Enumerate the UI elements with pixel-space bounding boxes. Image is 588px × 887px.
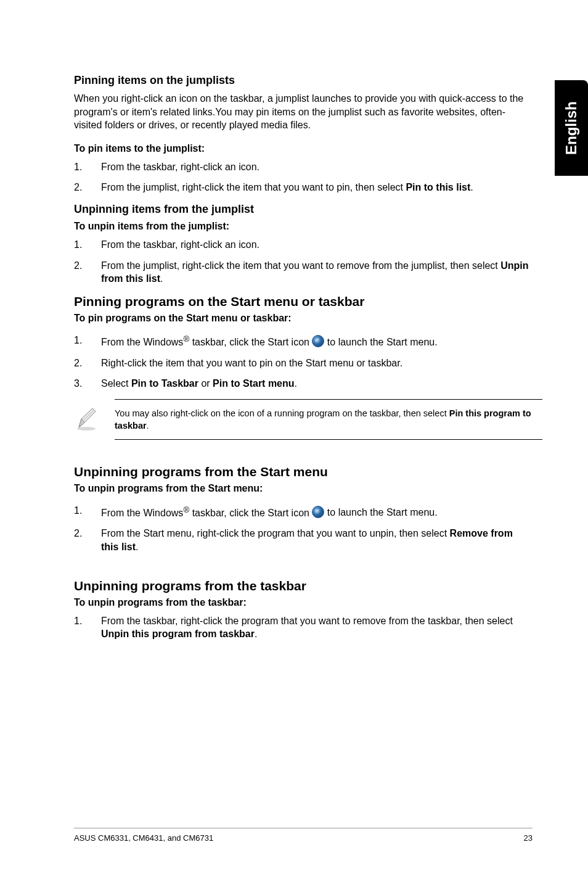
- intro-pinning-jumplists: When you right-click an icon on the task…: [74, 92, 533, 132]
- heading-unpinning-taskbar: Unpinning programs from the taskbar: [74, 579, 533, 593]
- list-item: From the jumplist, right-click the item …: [74, 259, 533, 286]
- steps-unpin-start: From the Windows® taskbar, click the Sta…: [74, 504, 533, 553]
- page-footer: ASUS CM6331, CM6431, and CM6731 23: [74, 828, 533, 843]
- list-item: From the taskbar, right-click the progra…: [74, 614, 533, 641]
- steps-heading-pin-jumplist: To pin items to the jumplist:: [74, 143, 533, 154]
- steps-pin-programs: From the Windows® taskbar, click the Sta…: [74, 334, 533, 390]
- list-item: From the Windows® taskbar, click the Sta…: [74, 334, 533, 349]
- page-content: Pinning items on the jumplists When you …: [0, 0, 588, 641]
- list-item: From the Windows® taskbar, click the Sta…: [74, 504, 533, 519]
- steps-unpin-jumplist: From the taskbar, right-click an icon. F…: [74, 238, 533, 286]
- footer-left: ASUS CM6331, CM6431, and CM6731: [74, 833, 213, 843]
- heading-unpinning-jumplist: Unpinning items from the jumplist: [74, 203, 533, 216]
- steps-heading-unpin-taskbar: To unpin programs from the taskbar:: [74, 597, 533, 608]
- heading-pinning-programs: Pinning programs on the Start menu or ta…: [74, 294, 533, 309]
- step-text-post: to launch the Start menu.: [324, 337, 437, 347]
- steps-pin-jumplist: From the taskbar, right-click an icon. F…: [74, 160, 533, 194]
- steps-unpin-taskbar: From the taskbar, right-click the progra…: [74, 614, 533, 641]
- note-text: You may also right-click on the icon of …: [115, 399, 542, 440]
- language-tab: English: [555, 80, 588, 176]
- list-item: Select Pin to Taskbar or Pin to Start me…: [74, 377, 533, 390]
- heading-unpinning-start-menu: Unpinning programs from the Start menu: [74, 464, 533, 479]
- pencil-icon: [74, 406, 99, 431]
- steps-heading-pin-programs: To pin programs on the Start menu or tas…: [74, 313, 533, 324]
- step-text-pre: From the Windows® taskbar, click the Sta…: [101, 508, 312, 518]
- list-item: Right-click the item that you want to pi…: [74, 357, 533, 370]
- steps-heading-unpin-start: To unpin programs from the Start menu:: [74, 483, 533, 494]
- list-item: From the jumplist, right-click the item …: [74, 181, 533, 194]
- svg-point-0: [77, 427, 96, 431]
- note-box: You may also right-click on the icon of …: [74, 399, 542, 440]
- heading-pinning-jumplists: Pinning items on the jumplists: [74, 74, 533, 87]
- list-item: From the Start menu, right-click the pro…: [74, 527, 533, 553]
- windows-start-icon: [312, 506, 324, 518]
- list-item: From the taskbar, right-click an icon.: [74, 160, 533, 174]
- windows-start-icon: [312, 335, 324, 347]
- footer-page-number: 23: [524, 833, 533, 843]
- list-item: From the taskbar, right-click an icon.: [74, 238, 533, 252]
- step-text-post: to launch the Start menu.: [324, 508, 437, 518]
- steps-heading-unpin-jumplist: To unpin items from the jumplist:: [74, 221, 533, 232]
- step-text-pre: From the Windows® taskbar, click the Sta…: [101, 337, 312, 347]
